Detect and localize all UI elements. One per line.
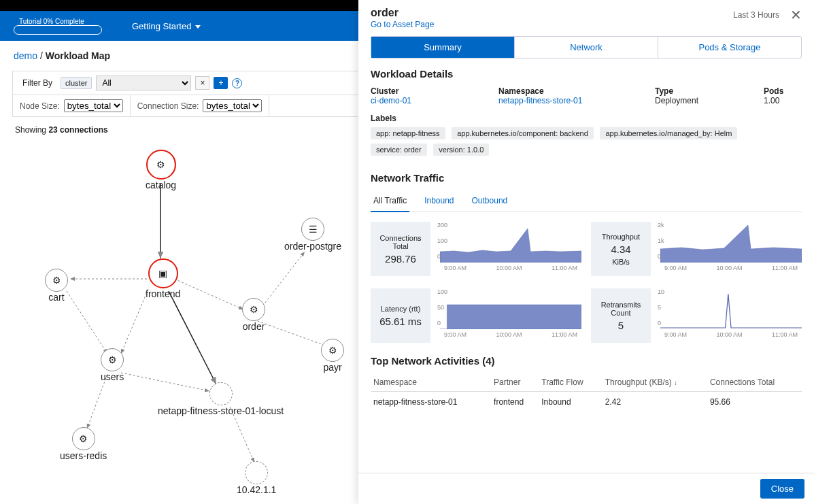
conn-size-select[interactable]: bytes_total bbox=[203, 99, 262, 112]
col-throughput[interactable]: Throughput (KB/s) ↓ bbox=[603, 373, 707, 392]
col-namespace[interactable]: Namespace bbox=[371, 373, 491, 392]
node-locust[interactable]: netapp-fitness-store-01-locust bbox=[158, 382, 284, 416]
label-chip: app: netapp-fitness bbox=[371, 127, 445, 139]
filter-label: Filter By bbox=[18, 75, 56, 90]
subtab-inbound[interactable]: Inbound bbox=[422, 190, 456, 212]
col-connections[interactable]: Connections Total bbox=[707, 373, 802, 392]
svg-line-5 bbox=[67, 291, 107, 354]
time-range[interactable]: Last 3 Hours bbox=[733, 10, 779, 20]
node-catalog[interactable]: ⚙catalog bbox=[146, 150, 176, 190]
metric-throughput: Throughput4.34KiB/s bbox=[591, 222, 651, 276]
svg-line-6 bbox=[169, 291, 216, 384]
labels-header: Labels bbox=[371, 114, 802, 123]
col-traffic-flow[interactable]: Traffic Flow bbox=[539, 373, 602, 392]
details-panel: order Go to Asset Page Last 3 Hours ✕ Su… bbox=[358, 0, 814, 504]
cluster-label: Cluster bbox=[371, 86, 485, 96]
filter-add-button[interactable]: + bbox=[214, 77, 228, 89]
conn-size-label: Connection Size: bbox=[137, 101, 199, 111]
metric-connections: Connections Total298.76 bbox=[371, 222, 430, 276]
chart-throughput[interactable]: 2k1k0 9:00 AM10:00 AM11:00 AM bbox=[660, 222, 802, 276]
subtab-all-traffic[interactable]: All Traffic bbox=[371, 190, 409, 212]
sort-desc-icon: ↓ bbox=[674, 379, 677, 386]
breadcrumb-page: Workload Map bbox=[46, 50, 110, 61]
label-chip: app.kubernetes.io/component: backend bbox=[452, 127, 594, 139]
pods-value: 1.00 bbox=[764, 96, 802, 105]
table-row[interactable]: netapp-fitness-store-01 frontend Inbound… bbox=[371, 392, 802, 413]
chart-retransmits[interactable]: 1050 9:00 AM10:00 AM11:00 AM bbox=[660, 288, 802, 343]
section-workload-details: Workload Details bbox=[371, 68, 802, 80]
filter-clear-button[interactable]: × bbox=[195, 76, 209, 90]
label-chip: service: order bbox=[371, 144, 427, 156]
filter-field-chip[interactable]: cluster bbox=[61, 77, 92, 89]
metric-retransmits: Retransmits Count5 bbox=[591, 288, 651, 343]
breadcrumb-root[interactable]: demo bbox=[14, 50, 37, 61]
chart-latency[interactable]: 100500 9:00 AM10:00 AM11:00 AM bbox=[440, 288, 581, 343]
cluster-link[interactable]: ci-demo-01 bbox=[371, 96, 485, 105]
help-icon[interactable]: ? bbox=[232, 78, 242, 88]
panel-title: order bbox=[371, 7, 434, 19]
node-ip[interactable]: 10.42.1.1 bbox=[237, 461, 276, 495]
panel-tabs: Summary Network Pods & Storage bbox=[371, 36, 802, 58]
filter-value-select[interactable]: All bbox=[96, 75, 191, 90]
svg-line-2 bbox=[265, 252, 305, 303]
namespace-label: Namespace bbox=[498, 86, 641, 96]
close-button[interactable]: Close bbox=[760, 479, 804, 499]
node-users[interactable]: ⚙users bbox=[101, 348, 124, 382]
node-cart[interactable]: ⚙cart bbox=[45, 269, 68, 303]
namespace-link[interactable]: netapp-fitness-store-01 bbox=[498, 96, 641, 105]
tutorial-progress-text: Tutorial 0% Complete bbox=[19, 18, 105, 25]
caret-down-icon bbox=[195, 25, 201, 29]
node-frontend[interactable]: ▣frontend bbox=[146, 258, 180, 299]
node-size-label: Node Size: bbox=[20, 101, 60, 111]
asset-page-link[interactable]: Go to Asset Page bbox=[371, 20, 434, 29]
tab-pods-storage[interactable]: Pods & Storage bbox=[658, 37, 801, 58]
pods-label: Pods bbox=[764, 86, 802, 96]
section-top-activities: Top Network Activities (4) bbox=[371, 355, 802, 367]
type-value: Deployment bbox=[655, 96, 750, 105]
label-chip: version: 1.0.0 bbox=[433, 144, 489, 156]
tab-summary[interactable]: Summary bbox=[371, 37, 514, 58]
node-size-select[interactable]: bytes_total bbox=[64, 99, 123, 112]
type-label: Type bbox=[655, 86, 750, 96]
metric-latency: Latency (rtt)65.61 ms bbox=[371, 288, 430, 343]
col-partner[interactable]: Partner bbox=[491, 373, 539, 392]
getting-started-menu[interactable]: Getting Started bbox=[132, 21, 201, 31]
svg-line-4 bbox=[121, 289, 148, 354]
node-order[interactable]: ⚙order bbox=[242, 298, 265, 332]
node-payment[interactable]: ⚙payr bbox=[321, 339, 344, 373]
node-users-redis[interactable]: ⚙users-redis bbox=[60, 427, 107, 461]
activities-table: Namespace Partner Traffic Flow Throughpu… bbox=[371, 373, 802, 412]
node-order-postgres[interactable]: ☰order-postgre bbox=[284, 218, 341, 252]
section-network-traffic: Network Traffic bbox=[371, 172, 802, 184]
chart-connections[interactable]: 2001000 9:00 AM10:00 AM11:00 AM bbox=[440, 222, 581, 276]
close-icon[interactable]: ✕ bbox=[790, 7, 802, 23]
label-chip: app.kubernetes.io/managed_by: Helm bbox=[600, 127, 737, 139]
svg-line-1 bbox=[174, 279, 243, 309]
subtab-outbound[interactable]: Outbound bbox=[469, 190, 511, 212]
svg-line-9 bbox=[87, 374, 107, 429]
tutorial-progress-bar[interactable] bbox=[14, 25, 102, 35]
tab-network[interactable]: Network bbox=[514, 37, 658, 58]
